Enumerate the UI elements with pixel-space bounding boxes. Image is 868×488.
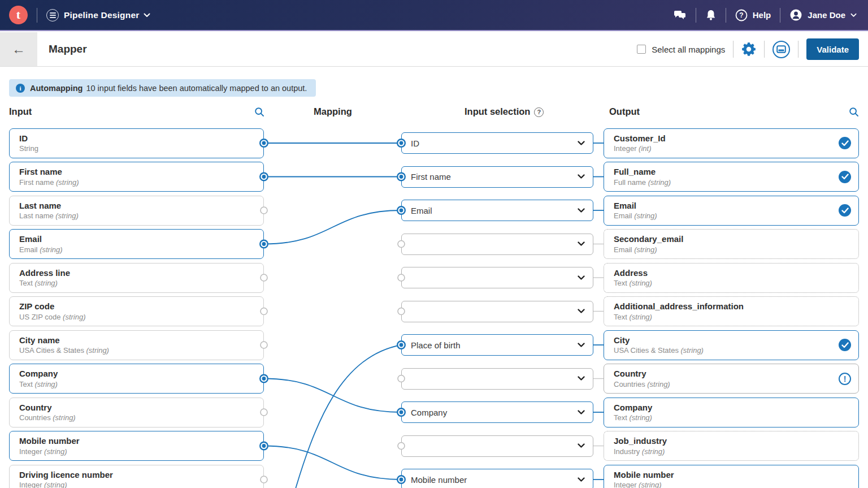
mapping-wire [264, 379, 401, 413]
field-name: Customer_Id [614, 132, 836, 145]
back-button[interactable]: ← [0, 32, 37, 66]
select-all-checkbox[interactable] [637, 45, 646, 54]
field-type: Email (string) [19, 245, 241, 255]
help-question-icon[interactable]: ? [534, 107, 544, 117]
field-name: Company [19, 368, 241, 380]
field-name: City name [19, 334, 241, 347]
input-selection-dropdown[interactable]: Company [401, 401, 593, 423]
chevron-down-icon[interactable] [578, 477, 585, 482]
chevron-down-icon[interactable] [578, 443, 585, 448]
field-name: Last name [19, 200, 241, 212]
chevron-down-icon[interactable] [578, 376, 585, 381]
field-type: Text (string) [19, 279, 241, 288]
input-field-card[interactable]: Driving licence numberInteger (string) [9, 465, 264, 488]
input-selection-dropdown[interactable] [401, 435, 593, 457]
mapped-check-icon [839, 171, 851, 183]
output-search-icon[interactable] [849, 107, 859, 119]
chat-icon[interactable] [673, 10, 687, 21]
input-selection-dropdown[interactable]: First name [401, 166, 593, 188]
selected-input-value: Mobile number [411, 475, 467, 485]
input-selection-dropdown[interactable] [401, 267, 593, 288]
chevron-down-icon[interactable] [578, 410, 585, 415]
selected-input-value: First name [411, 172, 451, 182]
input-field-card[interactable]: IDString [9, 128, 264, 158]
input-field-card[interactable]: Last nameLast name (string) [9, 196, 264, 226]
field-type: Industry (string) [614, 447, 836, 457]
bell-icon[interactable] [705, 9, 717, 21]
input-selection-dropdown[interactable] [401, 301, 593, 322]
input-field-card[interactable]: CountryCountries (string) [9, 398, 264, 427]
chevron-down-icon[interactable] [578, 174, 585, 179]
page-toolbar: ← Mapper Select all mappings Validate [0, 32, 868, 67]
output-field-card[interactable]: Full_nameFull name (string) [604, 162, 859, 192]
validate-button[interactable]: Validate [806, 38, 859, 60]
input-selection-dropdown[interactable]: Place of birth [401, 334, 593, 356]
help-label: Help [753, 10, 771, 20]
output-field-card[interactable]: Job_industryIndustry (string) [604, 431, 859, 461]
field-type: Full name (string) [614, 178, 836, 188]
panel-icon[interactable] [772, 41, 790, 58]
input-field-card[interactable]: Address lineText (string) [9, 263, 264, 293]
input-field-card[interactable]: CompanyText (string) [9, 364, 264, 394]
output-field-card[interactable]: Mobile numberInteger (string) [604, 465, 859, 488]
pipeline-icon [46, 9, 59, 21]
divider [733, 41, 734, 58]
field-type: Integer (string) [19, 447, 241, 457]
selected-input-value: ID [411, 139, 419, 148]
input-selection-dropdown[interactable] [401, 234, 593, 255]
page-title: Mapper [49, 43, 87, 55]
output-field-card[interactable]: AddressText (string) [604, 263, 859, 293]
field-name: Mobile number [19, 435, 241, 447]
field-type: Countries (string) [614, 380, 836, 390]
chevron-down-icon[interactable] [578, 275, 585, 280]
help-menu[interactable]: ? Help [735, 9, 771, 21]
field-type: Text (string) [614, 313, 836, 322]
output-field-card[interactable]: CompanyText (string) [604, 398, 859, 427]
app-switcher[interactable]: Pipeline Designer [64, 10, 139, 20]
field-type: Text (string) [614, 413, 836, 423]
select-all-mappings[interactable]: Select all mappings [637, 45, 725, 54]
mapping-wire [264, 210, 401, 244]
field-name: Company [614, 401, 836, 414]
input-selection-dropdown[interactable] [401, 368, 593, 390]
field-type: Text (string) [19, 380, 241, 390]
user-menu[interactable]: Jane Doe [789, 8, 857, 21]
output-field-card[interactable]: Additional_address_informationText (stri… [604, 296, 859, 326]
input-field-card[interactable]: First nameFirst name (string) [9, 162, 264, 192]
input-selection-dropdown[interactable]: ID [401, 132, 593, 154]
input-field-card[interactable]: EmailEmail (string) [9, 229, 264, 259]
output-field-card[interactable]: CountryCountries (string)! [604, 364, 859, 394]
gear-icon[interactable] [741, 42, 756, 57]
output-field-card[interactable]: CityUSA Cities & States (string) [604, 330, 859, 360]
info-icon: i [16, 84, 25, 93]
select-all-label: Select all mappings [652, 45, 725, 54]
field-type: Countries (string) [19, 413, 241, 423]
user-icon [789, 8, 802, 21]
chevron-down-icon[interactable] [578, 343, 585, 348]
output-field-card[interactable]: EmailEmail (string) [604, 196, 859, 226]
chevron-down-icon[interactable] [578, 241, 585, 247]
input-search-icon[interactable] [254, 107, 264, 119]
mapping-column-header: Mapping [314, 106, 352, 117]
input-field-card[interactable]: Mobile numberInteger (string) [9, 431, 264, 461]
field-type: USA Cities & States (string) [614, 346, 836, 356]
input-selection-dropdown[interactable]: Mobile number [401, 469, 593, 488]
selected-input-value: Company [411, 408, 447, 417]
field-name: Driving licence number [19, 469, 241, 481]
field-type: Email (string) [614, 245, 836, 255]
talend-logo[interactable]: t [9, 6, 28, 24]
input-selection-dropdown[interactable]: Email [401, 200, 593, 221]
input-field-card[interactable]: ZIP codeUS ZIP code (string) [9, 296, 264, 326]
svg-text:?: ? [739, 11, 743, 19]
banner-title: Automapping [30, 84, 83, 93]
output-field-card[interactable]: Customer_IdInteger (int) [604, 128, 859, 158]
chevron-down-icon[interactable] [144, 13, 150, 18]
divider [726, 8, 726, 23]
field-name: City [614, 334, 836, 347]
chevron-down-icon[interactable] [578, 208, 585, 213]
chevron-down-icon[interactable] [578, 309, 585, 314]
output-field-card[interactable]: Secondary_emailEmail (string) [604, 229, 859, 259]
field-type: Last name (string) [19, 211, 241, 221]
input-field-card[interactable]: City nameUSA Cities & States (string) [9, 330, 264, 360]
chevron-down-icon[interactable] [578, 141, 585, 146]
